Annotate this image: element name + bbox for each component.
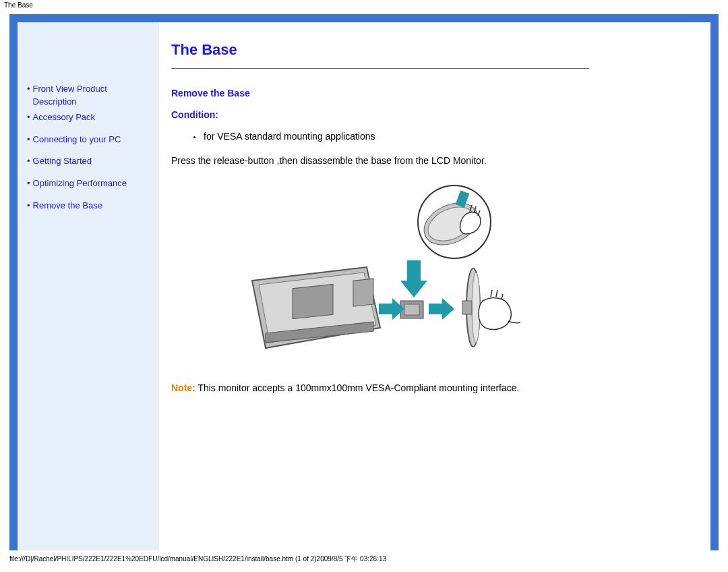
condition-item: for VESA standard mounting applications [202,131,589,142]
bullet-icon: • [27,83,30,96]
sidebar-item-label: Front View Product Description [33,83,151,109]
bullet-icon: • [27,155,30,168]
section-heading-condition: Condition: [171,109,589,120]
sidebar-item-label: Getting Started [33,155,92,168]
svg-marker-8 [400,281,427,297]
disassembly-diagram-icon [232,179,528,368]
sidebar-item-label: Remove the Base [33,200,102,212]
main-content: The Base Remove the Base Condition: for … [159,22,710,550]
svg-rect-11 [379,304,392,314]
svg-point-16 [472,273,480,343]
sidebar-item-remove-base[interactable]: • Remove the Base [27,200,151,212]
svg-rect-4 [293,284,333,318]
footer-file-path: file:///D|/Rachel/PHILIPS/222E1/222E1%20… [0,550,728,567]
content-frame: • Front View Product Description • Acces… [9,14,719,550]
sidebar-item-label: Accessory Pack [33,111,95,124]
note-line: Note: This monitor accepts a 100mmx100mm… [171,382,589,393]
divider [171,68,589,69]
svg-rect-7 [407,260,421,281]
sidebar-item-optimizing[interactable]: • Optimizing Performance [27,177,151,190]
sidebar-item-accessory-pack[interactable]: • Accessory Pack [27,111,151,124]
section-heading-remove: Remove the Base [171,88,589,98]
bullet-icon: • [27,111,30,124]
svg-rect-5 [353,279,373,306]
bullet-icon: • [27,134,30,146]
note-label: Note: [171,382,195,393]
note-text: This monitor accepts a 100mmx100mm VESA-… [195,382,520,393]
sidebar: • Front View Product Description • Acces… [18,22,159,550]
sidebar-item-getting-started[interactable]: • Getting Started [27,155,151,168]
bullet-icon: • [27,200,30,212]
sidebar-item-front-view[interactable]: • Front View Product Description [27,83,151,109]
condition-list: for VESA standard mounting applications [171,131,589,142]
svg-marker-14 [442,298,454,320]
svg-rect-13 [429,304,442,314]
sidebar-item-label: Connecting to your PC [33,134,121,146]
page-title: The Base [171,41,589,59]
illustration [171,179,589,370]
window-title: The Base [0,0,728,10]
sidebar-item-label: Optimizing Performance [33,177,127,190]
svg-rect-17 [462,301,472,314]
sidebar-item-connecting-pc[interactable]: • Connecting to your PC [27,134,151,146]
svg-rect-10 [404,304,419,315]
instruction-text: Press the release-button ,then disassemb… [171,155,589,166]
bullet-icon: • [27,177,30,190]
